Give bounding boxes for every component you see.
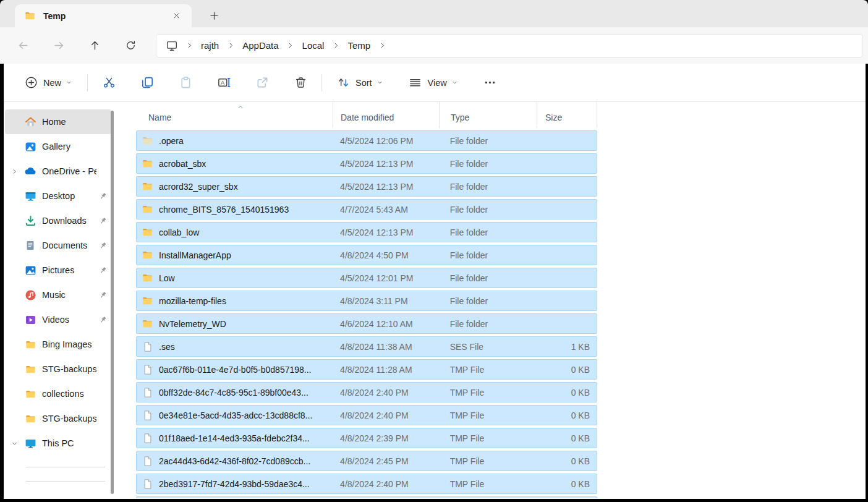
new-button[interactable]: New — [17, 71, 80, 95]
file-row[interactable]: acrord32_super_sbx 4/5/2024 12:13 PM Fil… — [136, 176, 597, 197]
sidebar-item-bing-images[interactable]: Bing Images — [5, 332, 111, 357]
view-button[interactable]: View — [402, 71, 466, 95]
folder-icon — [23, 338, 37, 351]
expander-icon[interactable] — [5, 159, 23, 184]
column-header-size[interactable]: Size — [537, 102, 597, 128]
file-row[interactable]: mozilla-temp-files 4/8/2024 3:11 PM File… — [136, 291, 597, 311]
expander-icon[interactable] — [5, 406, 23, 431]
gallery-icon — [23, 140, 37, 153]
sidebar-item-documents[interactable]: Documents — [5, 233, 111, 258]
more-button[interactable] — [477, 71, 504, 95]
refresh-button[interactable] — [120, 35, 141, 56]
file-row[interactable]: chrome_BITS_8576_1540151963 4/7/2024 5:4… — [136, 199, 597, 219]
sidebar-item-collections[interactable]: collections — [5, 381, 111, 406]
address-bar[interactable]: rajth AppData Local Temp — [156, 34, 863, 57]
chevron-right-icon[interactable] — [182, 41, 196, 50]
breadcrumb-item[interactable]: Local — [297, 38, 330, 53]
file-name: mozilla-temp-files — [159, 296, 226, 306]
file-date: 4/8/2024 3:11 PM — [333, 296, 439, 306]
navigation-bar: rajth AppData Local Temp — [0, 27, 868, 64]
sidebar-item-videos[interactable]: Videos — [5, 307, 111, 332]
sidebar-item-home[interactable]: Home — [5, 109, 111, 134]
cut-button[interactable] — [95, 71, 122, 95]
expander-icon[interactable] — [5, 431, 23, 456]
forward-button[interactable] — [48, 35, 69, 56]
file-size: 0 KB — [536, 365, 597, 375]
file-row[interactable]: 0e34e81e-5acd-4d35-adcc-13cd88cf8... 4/8… — [136, 405, 597, 425]
file-name: chrome_BITS_8576_1540151963 — [159, 205, 289, 215]
file-row[interactable]: NvTelemetry_WD 4/6/2024 12:10 AM File fo… — [136, 313, 597, 334]
sidebar-item-gallery[interactable]: Gallery — [5, 134, 111, 159]
file-row[interactable]: 0ac67f6b-011e-4e7d-b0f5-b0d857198... 4/8… — [136, 359, 597, 380]
file-row[interactable]: 01f18aed-1e14-4ed3-935a-fdebc2f34... 4/8… — [136, 428, 597, 448]
new-tab-button[interactable] — [205, 7, 223, 24]
expander-icon[interactable] — [5, 184, 23, 208]
file-name-cell: 01f18aed-1e14-4ed3-935a-fdebc2f34... — [137, 432, 333, 444]
paste-button[interactable] — [172, 71, 199, 95]
breadcrumb-item[interactable]: rajth — [196, 38, 224, 53]
sidebar-item-music[interactable]: Music — [5, 283, 111, 307]
chevron-right-icon[interactable] — [329, 41, 343, 50]
expander-icon[interactable] — [5, 283, 23, 307]
expander-icon[interactable] — [5, 208, 23, 233]
sidebar-item-pictures[interactable]: Pictures — [5, 258, 111, 283]
sidebar-item-this-pc[interactable]: This PC — [5, 431, 111, 456]
share-button[interactable] — [249, 71, 276, 95]
chevron-right-icon[interactable] — [375, 41, 389, 50]
file-row[interactable]: InstallManagerApp 4/8/2024 4:50 PM File … — [136, 245, 597, 265]
up-button[interactable] — [84, 35, 105, 56]
sidebar-item-stg-backups-fl[interactable]: STG-backups-Fl — [5, 357, 111, 381]
content-area: Home Gallery OneDrive - Pers Desktop Dow… — [4, 102, 866, 498]
sidebar-item-stg-backups-fl[interactable]: STG-backups-Fl — [5, 406, 111, 431]
expander-icon[interactable] — [5, 381, 23, 406]
breadcrumb-item[interactable]: Temp — [343, 38, 375, 53]
file-name-cell: InstallManagerApp — [137, 249, 333, 261]
close-icon[interactable] — [168, 8, 184, 24]
expander-icon[interactable] — [5, 357, 23, 381]
sidebar-scrollbar[interactable] — [111, 111, 114, 494]
chevron-right-icon[interactable] — [284, 41, 297, 50]
sidebar-item-desktop[interactable]: Desktop — [5, 184, 111, 208]
file-name-cell: chrome_BITS_8576_1540151963 — [137, 203, 333, 215]
sidebar-item-label: Documents — [42, 240, 96, 250]
sort-button[interactable]: Sort — [330, 71, 391, 95]
tab-temp[interactable]: Temp — [15, 4, 192, 27]
sidebar-item-onedrive-pers[interactable]: OneDrive - Pers — [5, 159, 111, 184]
delete-button[interactable] — [287, 71, 314, 95]
expander-icon[interactable] — [5, 332, 23, 357]
expander-icon[interactable] — [5, 109, 23, 134]
explorer-window: Temp rajth AppData Local Temp NewASortVi… — [0, 0, 868, 502]
file-icon — [142, 432, 153, 444]
back-button[interactable] — [12, 35, 33, 56]
file-row[interactable]: collab_low 4/5/2024 12:13 PM File folder — [136, 222, 597, 242]
file-name-cell: acrord32_super_sbx — [137, 181, 333, 192]
column-header-date-modified[interactable]: Date modified — [333, 102, 439, 128]
file-row[interactable]: .ses 4/8/2024 11:38 AM SES File 1 KB — [136, 336, 597, 357]
file-row[interactable]: Low 4/5/2024 12:01 PM File folder — [136, 268, 597, 288]
file-row[interactable]: .opera 4/5/2024 12:06 PM File folder — [136, 130, 597, 151]
sidebar-item-label: Music — [42, 290, 96, 300]
file-row[interactable]: 2ac44d43-6d42-436f-8f02-7cd089ccb... 4/8… — [136, 451, 597, 471]
copy-button[interactable] — [134, 71, 161, 95]
column-header-name[interactable]: Name — [136, 102, 333, 128]
chevron-right-icon[interactable] — [224, 41, 237, 50]
file-name: acrord32_super_sbx — [159, 182, 238, 192]
expander-icon[interactable] — [5, 307, 23, 332]
file-row[interactable] — [136, 496, 597, 498]
expander-icon[interactable] — [5, 134, 23, 159]
file-row[interactable]: 2bed3917-7fd7-42d4-93bd-59dae3c4... 4/8/… — [136, 474, 597, 494]
sidebar-item-downloads[interactable]: Downloads — [5, 208, 111, 233]
file-name: 2ac44d43-6d42-436f-8f02-7cd089ccb... — [159, 456, 310, 466]
rename-button[interactable]: A — [210, 71, 237, 95]
file-date: 4/5/2024 12:13 PM — [333, 182, 439, 192]
file-type: TMP File — [439, 433, 537, 443]
file-row[interactable]: acrobat_sbx 4/5/2024 12:13 PM File folde… — [136, 153, 597, 174]
breadcrumb-item[interactable]: AppData — [237, 38, 283, 53]
file-type: File folder — [439, 228, 537, 237]
monitor-icon[interactable] — [163, 39, 181, 53]
expander-icon[interactable] — [5, 233, 23, 258]
column-header-type[interactable]: Type — [439, 102, 537, 128]
file-row[interactable]: 0bff32de-84c7-4c85-95c1-89bf00e43... 4/8… — [136, 382, 597, 402]
folder-pale-icon — [142, 135, 153, 147]
expander-icon[interactable] — [5, 258, 23, 283]
